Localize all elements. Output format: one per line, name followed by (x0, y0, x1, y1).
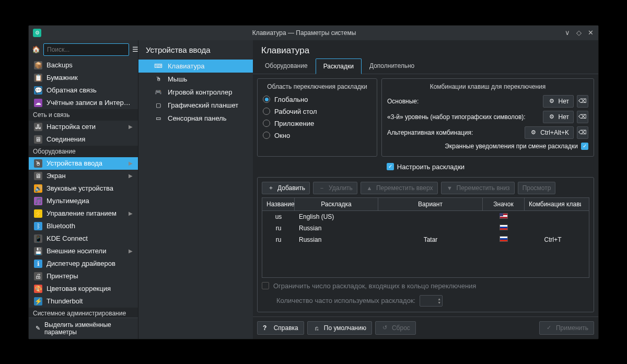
gear-icon (548, 113, 556, 121)
add-layout-button[interactable]: ＋Добавить (262, 182, 310, 194)
configure-layouts-row: Настроить раскладки (257, 161, 594, 173)
sidebar-item[interactable]: ☁Учётные записи в Интернете (29, 97, 138, 109)
sidebar-item-icon: 📋 (34, 74, 42, 82)
clear-shortcut-button[interactable] (577, 126, 588, 139)
sidebar-item-icon: ⚡ (34, 297, 42, 306)
switch-area-option[interactable]: Глобально (263, 93, 371, 105)
count-spinbox[interactable]: ▲▼ (420, 295, 443, 307)
sidebar-item[interactable]: 🖨Принтеры (29, 270, 138, 283)
remove-layout-button[interactable]: −Удалить (313, 182, 357, 194)
sidebar-item-label: Принтеры (47, 272, 133, 280)
switch-area-option[interactable]: Окно (263, 130, 371, 142)
sidebar-item[interactable]: 🎨Цветовая коррекция (29, 283, 138, 295)
table-header[interactable]: Название (262, 198, 295, 210)
sidebar-item[interactable]: 🖥Экран▶ (29, 170, 138, 182)
table-header[interactable]: Раскладка (295, 198, 378, 210)
layouts-table: НазваниеРаскладкаВариантЗначокКомбинация… (262, 197, 589, 278)
cell-key: ru (262, 234, 295, 245)
apply-button[interactable]: ✓Применить (539, 321, 594, 335)
chevron-right-icon: ▶ (129, 210, 133, 216)
module-sidebar-title: Устройства ввода (138, 40, 253, 60)
menu-icon[interactable]: ☰ (132, 44, 138, 55)
module-item[interactable]: 🎮Игровой контроллер (138, 86, 253, 99)
module-item[interactable]: ▭Сенсорная панель (138, 112, 253, 125)
sidebar-item[interactable]: 🔊Звуковые устройства (29, 182, 138, 195)
cell-variant: Tatar (378, 234, 483, 245)
chevron-right-icon: ▶ (129, 160, 133, 166)
sidebar-item[interactable]: 🎵Мультимедиа (29, 195, 138, 207)
reset-icon: ↺ (381, 324, 389, 332)
sidebar-item-icon: 🖧 (34, 123, 42, 131)
maximize-button[interactable]: ◇ (575, 29, 583, 37)
sidebar-item-icon: ☁ (34, 99, 42, 107)
shortcuts-fieldset: Комбинации клавиш для переключения Основ… (381, 78, 594, 157)
shortcuts-title: Комбинации клавиш для переключения (387, 83, 588, 90)
reset-button[interactable]: ↺Сброс (375, 321, 416, 335)
sidebar-item[interactable]: ⚡Thunderbolt (29, 295, 138, 308)
shortcut-row: Основные:Нет (387, 93, 588, 109)
shortcut-button[interactable]: Нет (543, 95, 574, 108)
sidebar-item[interactable]: 🖥Соединения (29, 133, 138, 146)
flag-icon (500, 236, 508, 242)
sidebar-item-label: Звуковые устройства (47, 184, 133, 192)
sidebar-item[interactable]: 💾Внешние носители▶ (29, 245, 138, 257)
search-input[interactable] (43, 43, 129, 56)
table-row[interactable]: ruRussianTatarCtrl+T (262, 234, 589, 245)
chevron-right-icon: ▶ (129, 248, 133, 254)
shortcut-label: Альтернативная комбинация: (387, 129, 521, 136)
highlight-label: Выделить изменённые параметры (44, 321, 133, 336)
table-header[interactable]: Вариант (378, 198, 483, 210)
module-item-icon: ▢ (154, 101, 162, 109)
osd-checkbox[interactable] (581, 143, 588, 150)
shortcut-label: Основные: (387, 98, 540, 105)
cell-combo: Ctrl+T (525, 234, 581, 245)
sidebar-item[interactable]: ᛒBluetooth (29, 220, 138, 232)
sidebar-item[interactable]: 📱KDE Connect (29, 232, 138, 245)
up-icon: ▲ (365, 184, 374, 192)
move-up-button[interactable]: ▲Переместить вверх (361, 182, 438, 194)
sidebar-item[interactable]: ⚡Управление питанием▶ (29, 207, 138, 220)
shortcut-row: «3-й» уровень (набор типографских символ… (387, 109, 588, 125)
sidebar-item[interactable]: 📦Backups (29, 59, 138, 72)
sidebar-item[interactable]: 💬Обратная связь (29, 84, 138, 97)
module-item[interactable]: ⌨Клавиатура (138, 60, 253, 73)
module-item[interactable]: ▢Графический планшет (138, 99, 253, 112)
table-header[interactable]: Комбинация клавиш (525, 198, 581, 210)
clear-shortcut-button[interactable] (577, 95, 588, 108)
shortcut-button[interactable]: Ctrl+Alt+K (525, 126, 574, 139)
tab[interactable]: Оборудование (257, 58, 316, 74)
sidebar-item[interactable]: 📋Бумажник (29, 72, 138, 84)
module-item[interactable]: 🖱Мышь (138, 73, 253, 86)
move-down-button[interactable]: ▼Переместить вниз (441, 182, 515, 194)
sidebar-item[interactable]: 🖱Устройства ввода▶ (29, 157, 138, 170)
switch-area-option[interactable]: Приложение (263, 118, 371, 130)
sidebar-item[interactable]: 🖧Настройка сети▶ (29, 121, 138, 133)
table-row[interactable]: usEnglish (US) (262, 211, 589, 222)
gear-icon (529, 128, 538, 137)
cell-key: ru (262, 222, 295, 234)
table-row[interactable]: ruRussian (262, 222, 589, 234)
help-button[interactable]: ? Справка (257, 321, 304, 335)
gear-icon (548, 97, 556, 105)
home-icon[interactable]: 🏠 (32, 44, 40, 55)
switch-area-title: Область переключения раскладки (263, 83, 371, 90)
clear-shortcut-button[interactable] (577, 111, 588, 123)
defaults-button[interactable]: ⎌По умолчанию (307, 321, 372, 335)
highlight-changed-button[interactable]: ✎ Выделить изменённые параметры (29, 318, 138, 339)
limit-checkbox[interactable] (262, 282, 269, 289)
minimize-button[interactable]: ∨ (564, 29, 571, 37)
sidebar-item-label: Backups (47, 61, 133, 69)
sidebar-item-label: Экран (47, 172, 124, 180)
sidebar-item-label: Настройка сети (47, 123, 124, 131)
tab[interactable]: Дополнительно (362, 58, 422, 74)
pencil-icon: ✎ (34, 324, 41, 333)
preview-button[interactable]: Просмотр (518, 182, 556, 194)
tab[interactable]: Раскладки (316, 58, 362, 74)
shortcut-button[interactable]: Нет (543, 111, 574, 123)
close-button[interactable]: ✕ (587, 29, 594, 37)
sidebar-item[interactable]: ℹДиспетчер драйверов (29, 257, 138, 270)
flag-icon (500, 213, 508, 219)
table-header[interactable]: Значок (483, 198, 525, 210)
switch-area-option[interactable]: Рабочий стол (263, 105, 371, 118)
configure-layouts-checkbox[interactable] (387, 163, 394, 170)
